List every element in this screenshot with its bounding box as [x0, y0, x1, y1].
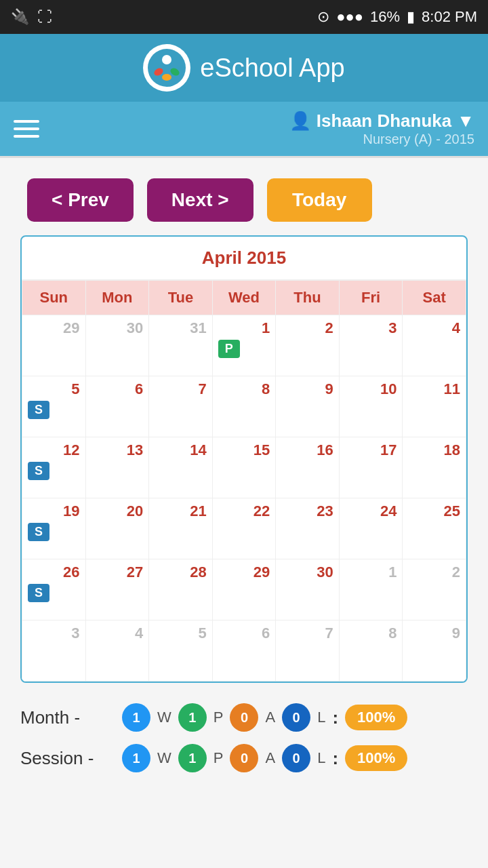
session-w-badge: 1	[122, 744, 150, 772]
calendar-cell[interactable]: 17	[339, 437, 403, 498]
day-number: 23	[281, 502, 333, 520]
calendar-cell[interactable]: 18	[403, 437, 466, 498]
month-w-badge: 1	[122, 703, 150, 732]
calendar-cell[interactable]: 24	[339, 498, 403, 559]
calendar-cell[interactable]: 22	[212, 498, 276, 559]
calendar-cell[interactable]: 8	[339, 620, 403, 682]
prev-button[interactable]: < Prev	[27, 178, 134, 222]
calendar-cell[interactable]: 31	[149, 315, 213, 376]
session-summary-row: Session - 1 W 1 P 0 A 0 L : 100%	[20, 744, 468, 772]
calendar-cell[interactable]: 27	[85, 559, 149, 620]
calendar-grid: Sun Mon Tue Wed Thu Fri Sat 2930311P2345…	[22, 280, 466, 682]
calendar-cell[interactable]: 20	[85, 498, 149, 559]
svg-point-1	[162, 55, 171, 64]
calendar-cell[interactable]: 26S	[22, 559, 86, 620]
calendar-cell[interactable]: 29	[212, 559, 276, 620]
today-button[interactable]: Today	[267, 178, 372, 222]
calendar-cell[interactable]: 11	[403, 376, 466, 437]
session-label: Session -	[20, 748, 115, 769]
calendar-cell[interactable]: 6	[85, 376, 149, 437]
month-colon: :	[332, 707, 338, 728]
session-w-label: W	[157, 749, 171, 767]
day-number: 3	[345, 319, 397, 337]
calendar-cell[interactable]: 10	[339, 376, 403, 437]
day-number: 17	[345, 441, 397, 459]
hamburger-line-2	[14, 127, 39, 130]
day-number: 30	[92, 319, 144, 337]
event-badge: S	[28, 523, 49, 541]
col-fri: Fri	[339, 281, 403, 315]
day-number: 24	[345, 502, 397, 520]
calendar-cell[interactable]: 4	[85, 620, 149, 682]
calendar-cell[interactable]: 28	[149, 559, 213, 620]
svg-point-0	[148, 49, 186, 87]
day-number: 13	[92, 441, 144, 459]
dropdown-arrow-icon[interactable]: ▼	[457, 111, 474, 132]
calendar-cell[interactable]: 14	[149, 437, 213, 498]
calendar-body: 2930311P2345S6789101112S13141516171819S2…	[22, 315, 466, 682]
day-number: 5	[28, 380, 80, 398]
calendar-week-3: 19S202122232425	[22, 498, 466, 559]
calendar-cell[interactable]: 9	[276, 376, 340, 437]
calendar-cell[interactable]: 6	[212, 620, 276, 682]
calendar-cell[interactable]: 3	[22, 620, 86, 682]
calendar-week-2: 12S131415161718	[22, 437, 466, 498]
calendar-cell[interactable]: 4	[403, 315, 466, 376]
calendar-cell[interactable]: 7	[276, 620, 340, 682]
month-l-badge: 0	[282, 703, 310, 732]
calendar-cell[interactable]: 30	[85, 315, 149, 376]
calendar-cell[interactable]: 13	[85, 437, 149, 498]
month-summary-row: Month - 1 W 1 P 0 A 0 L : 100%	[20, 703, 468, 732]
image-icon: ⛶	[37, 8, 52, 26]
calendar-cell[interactable]: 23	[276, 498, 340, 559]
hamburger-line-3	[14, 135, 39, 138]
calendar-cell[interactable]: 5S	[22, 376, 86, 437]
calendar-cell[interactable]: 2	[403, 559, 466, 620]
col-sat: Sat	[403, 281, 466, 315]
hamburger-menu[interactable]	[14, 120, 39, 138]
user-person-icon: 👤	[289, 111, 311, 132]
calendar-cell[interactable]: 29	[22, 315, 86, 376]
session-colon: :	[332, 748, 338, 769]
battery-percent: 16%	[370, 8, 400, 26]
calendar-cell[interactable]: 25	[403, 498, 466, 559]
calendar-cell[interactable]: 12S	[22, 437, 86, 498]
calendar-cell[interactable]: 15	[212, 437, 276, 498]
calendar-cell[interactable]: 9	[403, 620, 466, 682]
calendar-cell[interactable]: 19S	[22, 498, 86, 559]
calendar-cell[interactable]: 5	[149, 620, 213, 682]
day-number: 27	[92, 564, 144, 581]
nav-buttons: < Prev Next > Today	[0, 158, 488, 235]
calendar-cell[interactable]: 16	[276, 437, 340, 498]
day-number: 21	[155, 502, 207, 520]
next-button[interactable]: Next >	[147, 178, 253, 222]
day-number: 2	[408, 564, 460, 581]
calendar-cell[interactable]: 7	[149, 376, 213, 437]
calendar-cell[interactable]: 30	[276, 559, 340, 620]
status-bar: 🔌 ⛶ ⊙ ●●● 16% ▮ 8:02 PM	[0, 0, 488, 34]
month-a-label: A	[265, 709, 275, 726]
app-logo	[143, 44, 190, 92]
day-number: 6	[92, 380, 144, 398]
calendar-cell[interactable]: 21	[149, 498, 213, 559]
day-number: 7	[155, 380, 207, 398]
calendar-cell[interactable]: 8	[212, 376, 276, 437]
calendar-cell[interactable]: 1	[339, 559, 403, 620]
event-badge: P	[218, 340, 240, 358]
day-number: 9	[408, 625, 460, 642]
day-number: 20	[92, 502, 144, 520]
user-name-row: 👤 Ishaan Dhanuka ▼	[289, 111, 474, 132]
day-number: 3	[28, 625, 80, 642]
col-sun: Sun	[22, 281, 86, 315]
calendar-cell[interactable]: 1P	[212, 315, 276, 376]
day-number: 12	[28, 441, 80, 459]
calendar-month-header: April 2015	[22, 237, 466, 280]
day-number: 4	[92, 625, 144, 642]
col-tue: Tue	[149, 281, 213, 315]
svg-point-4	[162, 74, 171, 81]
day-number: 9	[281, 380, 333, 398]
day-number: 18	[408, 441, 460, 459]
month-p-label: P	[214, 709, 224, 726]
calendar-cell[interactable]: 3	[339, 315, 403, 376]
calendar-cell[interactable]: 2	[276, 315, 340, 376]
